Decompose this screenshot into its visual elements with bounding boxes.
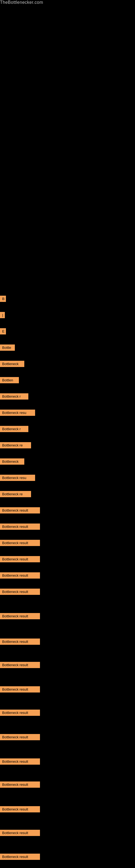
bottleneck-result-item: Bottleneck result xyxy=(0,758,40,765)
bottleneck-result-item: Bottleneck result xyxy=(0,613,40,619)
bottleneck-result-item: Bottleneck resu xyxy=(0,410,35,416)
bottleneck-result-item: Bottleneck xyxy=(0,458,24,465)
bottleneck-result-item: Bottleneck result xyxy=(0,540,40,546)
bottleneck-result-item: Bottleneck result xyxy=(0,572,40,579)
bottleneck-result-item: Bottleneck result xyxy=(0,507,40,514)
bottleneck-result-item: Bottleneck result xyxy=(0,639,40,645)
bottleneck-result-item: Bottleneck result xyxy=(0,710,40,716)
bottleneck-result-item: Bottleneck r xyxy=(0,426,28,432)
bottleneck-result-item: Bottleneck re xyxy=(0,491,31,497)
bottleneck-result-item: | xyxy=(0,312,5,318)
bottleneck-result-item: Bottleneck result xyxy=(0,686,40,692)
bottleneck-result-item: Bottleneck result xyxy=(0,734,40,740)
bottleneck-result-item: Bottlen xyxy=(0,377,19,383)
bottleneck-result-item: Bottleneck resu xyxy=(0,475,35,481)
bottleneck-result-item: B xyxy=(0,296,6,302)
bottleneck-result-item: Bottle xyxy=(0,344,15,351)
bottleneck-result-item: Bottleneck xyxy=(0,361,24,367)
bottleneck-result-item: Bottleneck re xyxy=(0,442,31,448)
site-title: TheBottlenecker.com xyxy=(0,0,43,5)
bottleneck-result-item: E xyxy=(0,328,6,335)
bottleneck-result-item: Bottleneck result xyxy=(0,806,40,812)
bottleneck-result-item: Bottleneck result xyxy=(0,556,40,562)
bottleneck-result-item: Bottleneck result xyxy=(0,662,40,668)
bottleneck-result-item: Bottleneck result xyxy=(0,781,40,788)
bottleneck-result-item: Bottleneck result xyxy=(0,589,40,595)
bottleneck-result-item: Bottleneck result xyxy=(0,854,40,860)
bottleneck-result-item: Bottleneck result xyxy=(0,830,40,836)
bottleneck-result-item: Bottleneck r xyxy=(0,393,28,400)
bottleneck-result-item: Bottleneck result xyxy=(0,524,40,530)
